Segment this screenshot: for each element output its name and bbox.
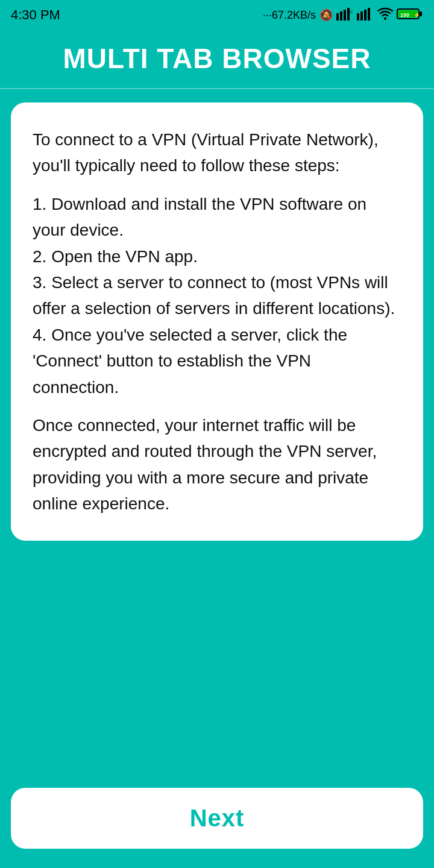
svg-rect-8 <box>368 8 370 20</box>
status-time: 4:30 PM <box>11 7 60 23</box>
svg-text:⚡: ⚡ <box>414 11 421 19</box>
next-button-container[interactable]: Next <box>11 788 423 849</box>
svg-text:LTE: LTE <box>350 9 353 14</box>
app-header: MULTI TAB BROWSER <box>0 30 434 89</box>
bottom-bar: Next <box>0 778 434 868</box>
svg-point-9 <box>384 17 386 20</box>
svg-text:100: 100 <box>400 12 409 18</box>
wifi-icon <box>377 7 393 24</box>
mute-icon: 🔕 <box>319 8 333 22</box>
svg-rect-0 <box>336 13 339 20</box>
vpn-description: To connect to a VPN (Virtual Private Net… <box>33 127 401 517</box>
svg-rect-2 <box>344 10 346 20</box>
vpn-intro: To connect to a VPN (Virtual Private Net… <box>33 127 401 179</box>
signal-4g-icon <box>357 7 374 24</box>
network-speed: ···67.2KB/s <box>263 9 316 22</box>
main-content: To connect to a VPN (Virtual Private Net… <box>0 89 434 778</box>
next-button[interactable]: Next <box>23 805 411 832</box>
vpn-outro: Once connected, your internet traffic wi… <box>33 412 401 517</box>
svg-rect-5 <box>357 13 359 20</box>
svg-rect-3 <box>347 8 350 20</box>
vpn-steps: 1. Download and install the VPN software… <box>33 191 401 400</box>
status-icons: ···67.2KB/s 🔕 LTE <box>263 7 423 24</box>
svg-rect-7 <box>364 10 366 20</box>
content-card: To connect to a VPN (Virtual Private Net… <box>11 102 423 541</box>
signal-lte-icon: LTE <box>336 7 353 24</box>
app-title: MULTI TAB BROWSER <box>12 42 422 75</box>
status-bar: 4:30 PM ···67.2KB/s 🔕 LTE <box>0 0 434 30</box>
svg-rect-6 <box>360 11 363 20</box>
svg-rect-1 <box>340 11 342 20</box>
battery-icon: 100 ⚡ <box>397 7 423 24</box>
